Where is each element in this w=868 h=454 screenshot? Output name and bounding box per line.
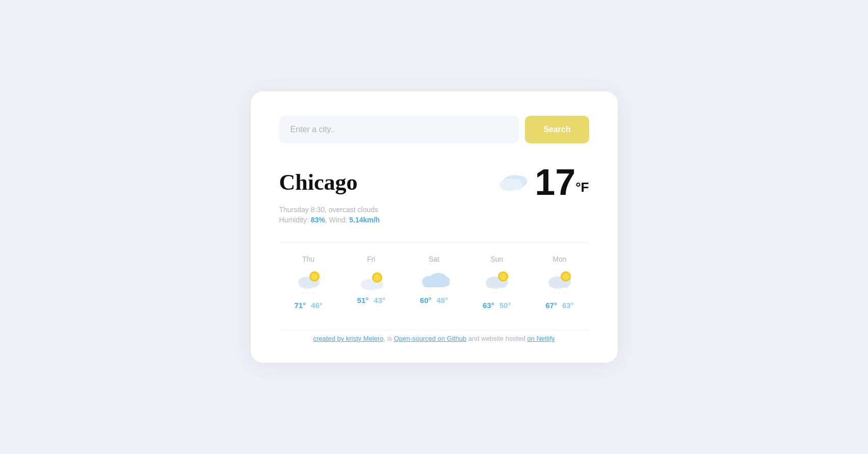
weather-details: Humidity: 83%, Wind: 5.14km/h <box>279 216 589 224</box>
temps-sun: 63° 50° <box>483 301 511 310</box>
forecast-icon-sat <box>419 268 450 291</box>
forecast-day-thu: Thu · · · 71° 46° <box>279 255 338 310</box>
date-description: Thursday 8:30, overcast clouds <box>279 206 589 214</box>
forecast-day-sat: Sat 60° 48° <box>405 255 463 310</box>
svg-rect-18 <box>423 282 446 287</box>
forecast-icon-fri <box>357 268 385 291</box>
forecast-grid: Thu · · · 71° 46° Fri <box>279 255 589 310</box>
forecast-day-mon: Mon · · · 67° 63° <box>530 255 589 310</box>
current-weather-icon <box>497 167 528 197</box>
footer: created by kristy Melero, is Open-source… <box>279 330 589 342</box>
rain-sun: · · · <box>491 291 503 296</box>
footer-netlify-link[interactable]: on Netlify <box>527 335 555 342</box>
svg-rect-4 <box>502 185 521 190</box>
day-label-fri: Fri <box>367 255 375 263</box>
day-label-sun: Sun <box>490 255 503 263</box>
svg-rect-21 <box>487 282 506 288</box>
svg-rect-7 <box>299 282 318 287</box>
forecast-icon-sun: · · · <box>483 268 511 296</box>
forecast-day-sun: Sun · · · 63° 50° <box>467 255 526 310</box>
day-label-thu: Thu <box>302 255 314 263</box>
rain-mon: · · · <box>554 291 566 296</box>
svg-point-28 <box>562 273 569 280</box>
forecast-icon-mon: · · · <box>545 268 574 296</box>
weather-card: Search Chicago 17°F Thur <box>251 91 618 363</box>
svg-point-23 <box>499 273 507 280</box>
temps-thu: 71° 46° <box>294 301 322 310</box>
footer-github-link[interactable]: Open-sourced on Github <box>394 335 466 342</box>
search-button[interactable]: Search <box>525 116 589 143</box>
temperature-display: 17°F <box>535 164 589 200</box>
svg-point-9 <box>311 273 318 280</box>
forecast-icon-thu: · · · <box>294 268 323 296</box>
temps-sat: 60° 48° <box>420 296 448 305</box>
temperature-block: 17°F <box>497 164 589 200</box>
search-row: Search <box>279 116 589 143</box>
svg-point-14 <box>374 274 381 281</box>
city-search-input[interactable] <box>279 116 519 143</box>
temps-fri: 51° 43° <box>357 296 385 305</box>
divider <box>279 242 589 243</box>
city-name: Chicago <box>279 169 358 195</box>
svg-rect-12 <box>362 284 381 289</box>
svg-rect-26 <box>549 282 569 288</box>
city-header: Chicago 17°F <box>279 164 589 200</box>
day-label-mon: Mon <box>553 255 566 263</box>
rain-thu: · · · <box>302 291 314 296</box>
footer-creator-link[interactable]: created by kristy Melero <box>313 335 383 342</box>
day-label-sat: Sat <box>429 255 439 263</box>
forecast-day-fri: Fri 51° 43° <box>342 255 401 310</box>
temps-mon: 67° 63° <box>545 301 573 310</box>
weather-sub-info: Thursday 8:30, overcast clouds Humidity:… <box>279 206 589 224</box>
